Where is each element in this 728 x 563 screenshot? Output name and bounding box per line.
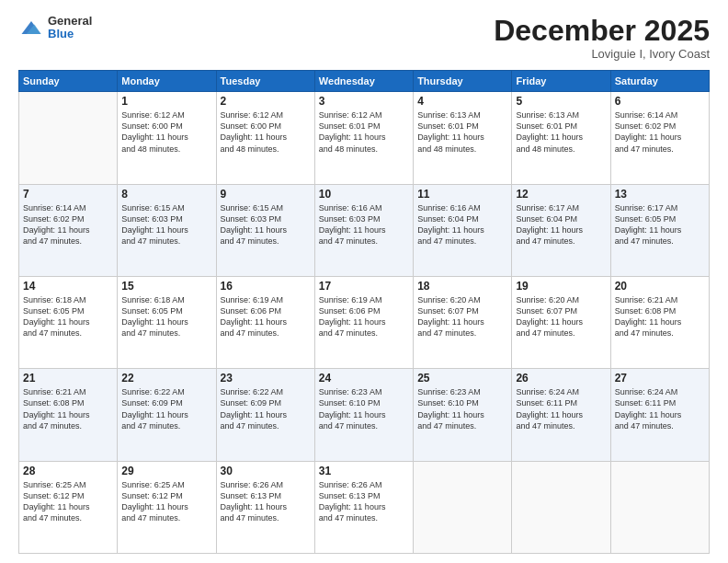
calendar-header-row: Sunday Monday Tuesday Wednesday Thursday…: [19, 71, 710, 92]
logo-icon: [18, 15, 44, 40]
day-number: 18: [417, 280, 507, 293]
cell-info: Sunrise: 6:12 AMSunset: 6:00 PMDaylight:…: [121, 109, 211, 155]
table-row: 19Sunrise: 6:20 AMSunset: 6:07 PMDayligh…: [512, 276, 610, 368]
calendar-week-row: 7Sunrise: 6:14 AMSunset: 6:02 PMDaylight…: [19, 184, 710, 276]
cell-info: Sunrise: 6:24 AMSunset: 6:11 PMDaylight:…: [516, 386, 606, 431]
cell-info: Sunrise: 6:17 AMSunset: 6:05 PMDaylight:…: [615, 202, 705, 247]
cell-info: Sunrise: 6:17 AMSunset: 6:04 PMDaylight:…: [516, 202, 606, 247]
cell-info: Sunrise: 6:18 AMSunset: 6:05 PMDaylight:…: [121, 294, 211, 339]
day-number: 6: [615, 95, 705, 108]
cell-info: Sunrise: 6:23 AMSunset: 6:10 PMDaylight:…: [319, 386, 409, 431]
table-row: [512, 461, 610, 553]
day-number: 26: [516, 372, 606, 385]
col-sunday: Sunday: [19, 71, 118, 92]
day-number: 14: [23, 280, 113, 293]
location-subtitle: Loviguie I, Ivory Coast: [494, 47, 710, 61]
day-number: 4: [417, 95, 507, 108]
table-row: 4Sunrise: 6:13 AMSunset: 6:01 PMDaylight…: [414, 92, 512, 184]
table-row: [414, 461, 512, 553]
day-number: 16: [221, 280, 311, 293]
table-row: 5Sunrise: 6:13 AMSunset: 6:01 PMDaylight…: [512, 92, 610, 184]
title-area: December 2025 Loviguie I, Ivory Coast: [494, 15, 710, 61]
day-number: 9: [221, 188, 311, 201]
logo-blue: Blue: [48, 28, 92, 40]
table-row: 16Sunrise: 6:19 AMSunset: 6:06 PMDayligh…: [216, 276, 314, 368]
table-row: 18Sunrise: 6:20 AMSunset: 6:07 PMDayligh…: [414, 276, 512, 368]
table-row: 12Sunrise: 6:17 AMSunset: 6:04 PMDayligh…: [512, 184, 610, 276]
cell-info: Sunrise: 6:22 AMSunset: 6:09 PMDaylight:…: [221, 386, 311, 431]
logo-text: General Blue: [48, 15, 92, 41]
day-number: 29: [121, 465, 211, 477]
table-row: 6Sunrise: 6:14 AMSunset: 6:02 PMDaylight…: [610, 92, 709, 184]
calendar-table: Sunday Monday Tuesday Wednesday Thursday…: [18, 70, 710, 554]
cell-info: Sunrise: 6:24 AMSunset: 6:11 PMDaylight:…: [615, 386, 705, 431]
day-number: 13: [615, 188, 705, 201]
cell-info: Sunrise: 6:21 AMSunset: 6:08 PMDaylight:…: [615, 294, 705, 339]
table-row: 11Sunrise: 6:16 AMSunset: 6:04 PMDayligh…: [414, 184, 512, 276]
table-row: 2Sunrise: 6:12 AMSunset: 6:00 PMDaylight…: [216, 92, 314, 184]
table-row: 14Sunrise: 6:18 AMSunset: 6:05 PMDayligh…: [19, 276, 118, 368]
table-row: 3Sunrise: 6:12 AMSunset: 6:01 PMDaylight…: [314, 92, 413, 184]
day-number: 17: [319, 280, 409, 293]
cell-info: Sunrise: 6:21 AMSunset: 6:08 PMDaylight:…: [23, 386, 113, 431]
table-row: 26Sunrise: 6:24 AMSunset: 6:11 PMDayligh…: [512, 369, 610, 461]
cell-info: Sunrise: 6:16 AMSunset: 6:03 PMDaylight:…: [319, 202, 409, 247]
table-row: 17Sunrise: 6:19 AMSunset: 6:06 PMDayligh…: [314, 276, 413, 368]
col-monday: Monday: [118, 71, 216, 92]
table-row: 29Sunrise: 6:25 AMSunset: 6:12 PMDayligh…: [118, 461, 216, 553]
day-number: 3: [319, 95, 409, 108]
table-row: 30Sunrise: 6:26 AMSunset: 6:13 PMDayligh…: [216, 461, 314, 553]
table-row: 27Sunrise: 6:24 AMSunset: 6:11 PMDayligh…: [610, 369, 709, 461]
cell-info: Sunrise: 6:19 AMSunset: 6:06 PMDaylight:…: [221, 294, 311, 339]
day-number: 15: [121, 280, 211, 293]
col-wednesday: Wednesday: [314, 71, 413, 92]
table-row: 23Sunrise: 6:22 AMSunset: 6:09 PMDayligh…: [216, 369, 314, 461]
header: General Blue December 2025 Loviguie I, I…: [18, 15, 710, 61]
table-row: 24Sunrise: 6:23 AMSunset: 6:10 PMDayligh…: [314, 369, 413, 461]
table-row: 25Sunrise: 6:23 AMSunset: 6:10 PMDayligh…: [414, 369, 512, 461]
cell-info: Sunrise: 6:22 AMSunset: 6:09 PMDaylight:…: [121, 386, 211, 431]
day-number: 19: [516, 280, 606, 293]
day-number: 27: [615, 372, 705, 385]
day-number: 28: [23, 465, 113, 477]
calendar-week-row: 14Sunrise: 6:18 AMSunset: 6:05 PMDayligh…: [19, 276, 710, 368]
table-row: 1Sunrise: 6:12 AMSunset: 6:00 PMDaylight…: [118, 92, 216, 184]
table-row: 9Sunrise: 6:15 AMSunset: 6:03 PMDaylight…: [216, 184, 314, 276]
cell-info: Sunrise: 6:14 AMSunset: 6:02 PMDaylight:…: [615, 109, 705, 155]
month-title: December 2025: [494, 15, 710, 47]
day-number: 8: [121, 188, 211, 201]
table-row: 10Sunrise: 6:16 AMSunset: 6:03 PMDayligh…: [314, 184, 413, 276]
cell-info: Sunrise: 6:19 AMSunset: 6:06 PMDaylight:…: [319, 294, 409, 339]
cell-info: Sunrise: 6:20 AMSunset: 6:07 PMDaylight:…: [417, 294, 507, 339]
day-number: 12: [516, 188, 606, 201]
cell-info: Sunrise: 6:13 AMSunset: 6:01 PMDaylight:…: [516, 109, 606, 155]
logo-general: General: [48, 15, 92, 28]
cell-info: Sunrise: 6:25 AMSunset: 6:12 PMDaylight:…: [23, 479, 113, 524]
day-number: 25: [417, 372, 507, 385]
col-friday: Friday: [512, 71, 610, 92]
cell-info: Sunrise: 6:18 AMSunset: 6:05 PMDaylight:…: [23, 294, 113, 339]
cell-info: Sunrise: 6:12 AMSunset: 6:00 PMDaylight:…: [221, 109, 311, 155]
page: General Blue December 2025 Loviguie I, I…: [0, 0, 728, 563]
day-number: 11: [417, 188, 507, 201]
cell-info: Sunrise: 6:13 AMSunset: 6:01 PMDaylight:…: [417, 109, 507, 155]
cell-info: Sunrise: 6:14 AMSunset: 6:02 PMDaylight:…: [23, 202, 113, 247]
cell-info: Sunrise: 6:15 AMSunset: 6:03 PMDaylight:…: [121, 202, 211, 247]
calendar-week-row: 21Sunrise: 6:21 AMSunset: 6:08 PMDayligh…: [19, 369, 710, 461]
table-row: [19, 92, 118, 184]
cell-info: Sunrise: 6:12 AMSunset: 6:01 PMDaylight:…: [319, 109, 409, 155]
day-number: 5: [516, 95, 606, 108]
day-number: 31: [319, 465, 409, 477]
cell-info: Sunrise: 6:25 AMSunset: 6:12 PMDaylight:…: [121, 479, 211, 524]
cell-info: Sunrise: 6:26 AMSunset: 6:13 PMDaylight:…: [221, 479, 311, 524]
day-number: 7: [23, 188, 113, 201]
cell-info: Sunrise: 6:20 AMSunset: 6:07 PMDaylight:…: [516, 294, 606, 339]
day-number: 24: [319, 372, 409, 385]
table-row: 31Sunrise: 6:26 AMSunset: 6:13 PMDayligh…: [314, 461, 413, 553]
cell-info: Sunrise: 6:16 AMSunset: 6:04 PMDaylight:…: [417, 202, 507, 247]
col-tuesday: Tuesday: [216, 71, 314, 92]
cell-info: Sunrise: 6:26 AMSunset: 6:13 PMDaylight:…: [319, 479, 409, 524]
table-row: 21Sunrise: 6:21 AMSunset: 6:08 PMDayligh…: [19, 369, 118, 461]
day-number: 23: [221, 372, 311, 385]
day-number: 10: [319, 188, 409, 201]
